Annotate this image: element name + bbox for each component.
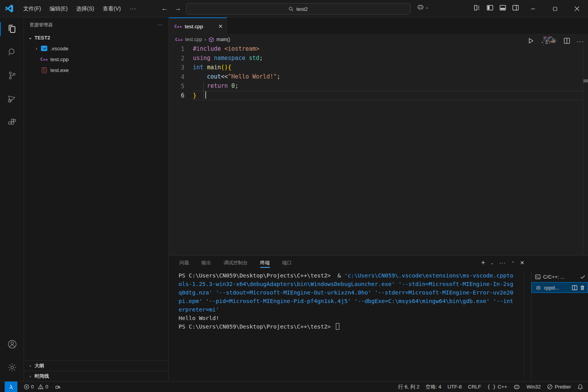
indentation-button[interactable]: 空格: 4 xyxy=(423,382,444,392)
tree-root-test2[interactable]: ⌄ TEST2 xyxy=(24,32,168,43)
terminal-chevron-icon[interactable]: ⌄ xyxy=(490,261,493,265)
code-line-5[interactable]: 5 return 0; xyxy=(169,82,583,91)
eol-button[interactable]: CRLF xyxy=(465,382,484,392)
terminal-item-actions[interactable] xyxy=(580,274,586,280)
customize-layout-button[interactable] xyxy=(473,4,481,12)
line-content: using namespace std; xyxy=(193,54,583,63)
formatter-button[interactable]: Prettier xyxy=(544,382,574,392)
line-content: cout<<"Hello World!"; xyxy=(193,72,583,82)
terminal-list-item-0[interactable]: C/C++: ... xyxy=(531,271,588,282)
line-content: return 0; xyxy=(193,82,583,91)
editor-region: C++ test.cpp ✕ ⌄ ··· C++ test.cpp › main… xyxy=(168,17,588,255)
line-number[interactable]: 5 xyxy=(169,82,193,91)
chevron-right-icon: › xyxy=(33,46,40,51)
panel-tab-问题[interactable]: 问题 xyxy=(179,256,189,270)
toggle-secondary-sidebar-button[interactable] xyxy=(512,4,519,12)
menu-item-0[interactable]: 文件(F) xyxy=(19,3,45,14)
chevron-down-icon: ⌄ xyxy=(27,35,33,40)
extensions-icon[interactable] xyxy=(0,110,24,134)
terminal-list-item-1[interactable]: cppd... xyxy=(531,282,588,293)
code-line-4[interactable]: 4 cout<<"Hello World!"; xyxy=(169,72,583,82)
account-icon[interactable] xyxy=(0,332,24,356)
panel-tab-active终端[interactable]: 终端 xyxy=(260,256,270,270)
file-row-test-exe[interactable]: 0110test.exe xyxy=(24,65,168,75)
maximize-button[interactable] xyxy=(544,0,566,17)
bottom-panel: 问题输出调试控制台终端端口 + ⌄ ··· ⌃ ✕ PS C:\Users\CN… xyxy=(168,255,588,381)
menu-item-1[interactable]: 编辑(E) xyxy=(45,3,72,14)
line-number[interactable]: 4 xyxy=(169,72,193,82)
copilot-button[interactable]: ⌄ xyxy=(417,3,428,11)
activity-bar-bottom xyxy=(0,332,24,379)
code-line-6[interactable]: 6} xyxy=(169,91,583,100)
breadcrumb[interactable]: C++ test.cpp › main() xyxy=(169,34,588,45)
panel-close-icon[interactable]: ✕ xyxy=(520,260,524,266)
panel-actions: + ⌄ ··· ⌃ ✕ xyxy=(481,256,530,270)
menu-item-3[interactable]: 查看(V) xyxy=(98,3,125,14)
file-binary-icon: 0110 xyxy=(41,67,48,74)
line-number[interactable]: 6 xyxy=(169,91,193,100)
panel-more-icon[interactable]: ··· xyxy=(499,260,506,266)
problems-button[interactable]: 0 0 xyxy=(21,382,51,392)
new-terminal-button[interactable]: + xyxy=(481,259,485,267)
nav-forward-button[interactable]: → xyxy=(173,3,183,14)
file-label: .vscode xyxy=(50,46,69,51)
build-target-button[interactable]: Win32 xyxy=(523,382,544,392)
terminal-output[interactable]: PS C:\Users\CN059\Desktop\Projects\C++\t… xyxy=(169,271,524,381)
command-center-search[interactable]: test2 xyxy=(186,3,411,15)
explorer-icon[interactable] xyxy=(0,17,24,41)
source-control-icon[interactable] xyxy=(0,64,24,87)
panel-tab-调试控制台[interactable]: 调试控制台 xyxy=(224,256,248,270)
remote-indicator-button[interactable] xyxy=(5,382,17,392)
file-label: test.exe xyxy=(50,67,69,73)
settings-gear-icon[interactable] xyxy=(0,356,24,379)
file-row-test-cpp[interactable]: C++test.cpp xyxy=(24,54,168,65)
terminal-list: C/C++: ...cppd... xyxy=(531,271,588,381)
menu-item-2[interactable]: 选择(S) xyxy=(72,3,99,14)
editor-scrollbar[interactable] xyxy=(583,45,588,255)
toggle-primary-sidebar-button[interactable] xyxy=(486,4,494,12)
debug-status-button[interactable] xyxy=(51,382,64,392)
code-line-3[interactable]: 3int main(){ xyxy=(169,63,583,72)
layout-controls xyxy=(473,4,519,12)
panel-tab-端口[interactable]: 端口 xyxy=(282,256,292,270)
code-line-1[interactable]: 1#include <iostream> xyxy=(169,45,583,54)
terminal-line-4: erpreter=mi' xyxy=(179,305,524,314)
close-button[interactable] xyxy=(566,0,588,17)
notifications-bell-button[interactable] xyxy=(574,382,584,392)
error-count: 0 xyxy=(31,384,34,390)
language-mode-button[interactable]: { } C++ xyxy=(484,382,510,392)
minimize-button[interactable] xyxy=(522,0,544,17)
braces-icon: { } xyxy=(487,384,496,390)
editor-more-icon[interactable]: ··· xyxy=(577,38,584,45)
panel-tab-输出[interactable]: 输出 xyxy=(201,256,211,270)
run-and-debug-icon[interactable] xyxy=(0,87,24,110)
code-line-2[interactable]: 2using namespace std; xyxy=(169,54,583,63)
code-editor[interactable]: 1#include <iostream>2using namespace std… xyxy=(169,45,583,255)
tab-close-icon[interactable]: ✕ xyxy=(218,23,223,29)
outline-section[interactable]: › 大纲 xyxy=(24,360,168,371)
panel-maximize-icon[interactable]: ⌃ xyxy=(511,261,514,265)
line-number[interactable]: 3 xyxy=(169,63,193,72)
cursor-position-button[interactable]: 行 6, 列 2 xyxy=(395,382,423,392)
line-number[interactable]: 2 xyxy=(169,54,193,63)
title-bar: 文件(F)编辑(E)选择(S)查看(V) ··· ← → test2 ⌄ xyxy=(0,0,588,17)
timeline-section[interactable]: › 时间线 xyxy=(24,371,168,381)
line-number[interactable]: 1 xyxy=(169,45,193,54)
minimap[interactable] xyxy=(543,37,560,46)
toggle-panel-button[interactable] xyxy=(499,4,507,12)
copilot-status-button[interactable] xyxy=(510,382,523,392)
sidebar-more-button[interactable]: ··· xyxy=(157,22,163,27)
explorer-sidebar: 资源管理器 ··· ⌄ TEST2 ›.vscodeC++test.cpp011… xyxy=(24,17,168,381)
terminal-line-6: PS C:\Users\CN059\Desktop\Projects\C++\t… xyxy=(179,322,524,331)
file-row--vscode[interactable]: ›.vscode xyxy=(24,43,168,54)
encoding-button[interactable]: UTF-8 xyxy=(444,382,465,392)
terminal-item-actions[interactable] xyxy=(572,285,585,291)
tab-test-cpp[interactable]: C++ test.cpp ✕ xyxy=(169,17,227,34)
menu-more-button[interactable]: ··· xyxy=(125,5,141,12)
breadcrumb-symbol[interactable]: main() xyxy=(217,37,230,42)
search-view-icon[interactable] xyxy=(0,41,24,64)
terminal-label: C/C++: ... xyxy=(543,274,578,280)
breadcrumb-file[interactable]: test.cpp xyxy=(185,37,202,42)
nav-back-button[interactable]: ← xyxy=(160,3,170,14)
editor-tab-bar: C++ test.cpp ✕ xyxy=(169,17,588,34)
